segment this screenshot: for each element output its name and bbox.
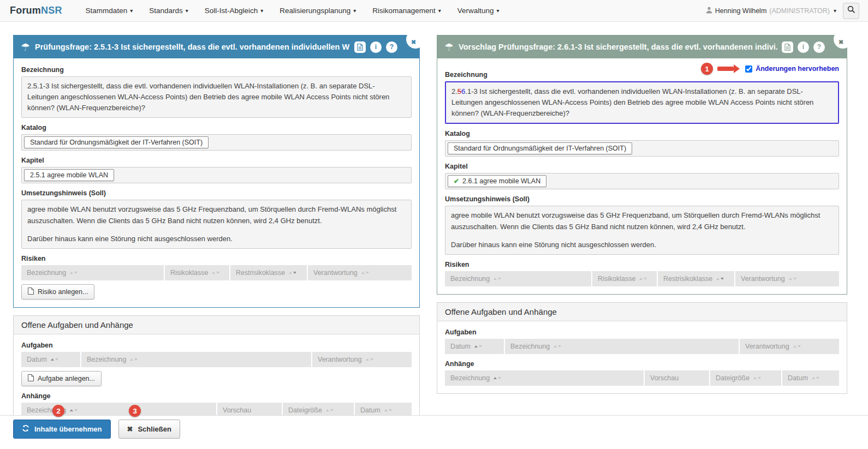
risiken-table-header: Bezeichnung Risikoklasse Restrisikoklass… [445, 271, 839, 286]
dialog-footer: 2 3 Inhalte übernehmen ✖ Schließen [0, 415, 868, 449]
main-menu: Stammdaten▾ Standards▾ Soll-Ist-Abgleich… [78, 0, 508, 21]
column-header-risikoklasse[interactable]: Risikoklasse [592, 271, 657, 286]
bezeichnung-field-diff: 2.56.1-3 Ist sichergestellt, dass die ev… [445, 81, 839, 124]
umsetzungshinweis-label: Umsetzungshinweis (Soll) [21, 189, 412, 197]
katalog-label: Katalog [21, 124, 412, 131]
sort-icon [130, 358, 138, 361]
sort-icon [812, 377, 819, 379]
sort-icon [51, 358, 58, 361]
kapitel-field: ✔2.6.1 agree mobile WLAN [445, 173, 839, 189]
chevron-down-icon: ▾ [834, 8, 836, 14]
logo-text-primary: Forum [10, 5, 41, 16]
menu-item-verwaltung[interactable]: Verwaltung▾ [449, 0, 508, 21]
umsetzungshinweis-field: agree mobile WLAN benutzt vorzugsweise d… [445, 206, 839, 254]
app-logo[interactable]: ForumNSR [10, 5, 62, 16]
sort-icon [789, 278, 796, 280]
kapitel-tag: ✔2.6.1 agree mobile WLAN [448, 175, 546, 187]
kapitel-tag: 2.5.1 agree mobile WLAN [24, 169, 114, 181]
search-icon [847, 5, 855, 16]
search-button[interactable] [843, 3, 859, 19]
column-header-bezeichnung[interactable]: Bezeichnung [445, 271, 591, 286]
info-icon[interactable]: i [798, 41, 809, 53]
sort-icon [326, 409, 334, 411]
highlight-changes-row: 1 Änderungen hervorheben [701, 63, 839, 75]
tasks-panel-header: Offene Aufgaben und Anhänge [437, 303, 847, 321]
inhalte-uebernehmen-button[interactable]: Inhalte übernehmen [13, 420, 111, 439]
aufgabe-anlegen-button[interactable]: Aufgabe anlegen... [21, 371, 102, 386]
risiken-label: Risiken [445, 261, 839, 268]
anhaenge-table-header: Bezeichnung Vorschau Dateigröße Datum [445, 370, 839, 386]
aufgaben-label: Aufgaben [21, 342, 412, 349]
bezeichnung-label: Bezeichnung [21, 66, 412, 74]
katalog-field: Standard für Ordnungsmäßigkeit der IT-Ve… [445, 140, 839, 157]
risiken-label: Risiken [21, 255, 412, 262]
menu-item-stammdaten[interactable]: Stammdaten▾ [78, 0, 141, 21]
tasks-panel-header: Offene Aufgaben und Anhänge [14, 316, 419, 334]
aufgaben-table-header: Datum Bezeichnung Verantwortung [445, 339, 839, 354]
sort-icon [384, 409, 392, 411]
highlight-changes-checkbox[interactable] [745, 65, 752, 73]
new-document-icon [28, 288, 34, 296]
sort-icon [474, 345, 482, 348]
column-header-datum[interactable]: Datum [445, 339, 504, 354]
menu-item-soll-ist-abgleich[interactable]: Soll-Ist-Abgleich▾ [197, 0, 272, 21]
chevron-down-icon: ▾ [260, 8, 263, 14]
anhaenge-label: Anhänge [21, 392, 412, 400]
close-icon: ✖ [127, 425, 133, 433]
risiken-table-header: Bezeichnung Risikoklasse Restrisikoklass… [21, 265, 412, 280]
menu-item-standards[interactable]: Standards▾ [141, 0, 197, 21]
vorschlag-panel: ✖ ☂ Vorschlag Prüfungsfrage: 2.6.1-3 Ist… [437, 35, 847, 295]
menu-item-risikomanagement[interactable]: Risikomanagement▾ [364, 0, 449, 21]
right-tasks-panel: Offene Aufgaben und Anhänge Aufgaben Dat… [437, 302, 847, 394]
column-header-bezeichnung[interactable]: Bezeichnung [505, 339, 739, 354]
sort-icon [70, 409, 78, 411]
user-menu[interactable]: Henning Wilhelm (ADMINISTRATOR) ▾ [706, 7, 836, 15]
column-header-dateigroesse[interactable]: Dateigröße [710, 370, 781, 386]
column-header-datum[interactable]: Datum [782, 370, 839, 386]
column-header-restrisikoklasse[interactable]: Restrisikoklasse [658, 271, 734, 286]
column-header-verantwortung[interactable]: Verantwortung [312, 352, 412, 367]
sort-icon [494, 377, 501, 379]
column-header-verantwortung[interactable]: Verantwortung [740, 339, 839, 354]
info-icon[interactable]: i [370, 41, 382, 53]
chevron-down-icon: ▾ [353, 8, 356, 14]
sort-icon [716, 278, 724, 280]
check-icon: ✔ [454, 177, 459, 185]
column-header-restrisikoklasse[interactable]: Restrisikoklasse [230, 265, 307, 280]
kapitel-field: 2.5.1 agree mobile WLAN [21, 167, 412, 183]
column-header-verantwortung[interactable]: Verantwortung [735, 271, 839, 286]
help-icon[interactable]: ? [813, 41, 825, 53]
chevron-down-icon: ▾ [438, 8, 441, 14]
sort-icon [494, 278, 501, 280]
risiko-anlegen-button[interactable]: Risiko anlegen... [21, 284, 94, 300]
help-icon[interactable]: ? [386, 41, 397, 53]
column-header-bezeichnung[interactable]: Bezeichnung [81, 352, 311, 367]
katalog-tag: Standard für Ordnungsmäßigkeit der IT-Ve… [24, 136, 209, 148]
column-header-vorschau[interactable]: Vorschau [645, 370, 709, 386]
chevron-down-icon: ▾ [130, 8, 133, 14]
chevron-down-icon: ▾ [497, 8, 500, 14]
sort-icon [70, 272, 78, 274]
column-header-verantwortung[interactable]: Verantwortung [308, 265, 412, 280]
sort-icon [793, 345, 801, 348]
column-header-bezeichnung[interactable]: Bezeichnung [445, 370, 644, 386]
schliessen-button[interactable]: ✖ Schließen [118, 420, 180, 439]
document-icon[interactable] [354, 41, 366, 53]
close-icon[interactable]: ✖ [834, 30, 852, 49]
bezeichnung-field: 2.5.1-3 Ist sichergestellt, dass die evt… [21, 76, 412, 118]
panel-title: Prüfungsfrage: 2.5.1-3 Ist sichergestell… [35, 43, 350, 51]
highlight-changes-label[interactable]: Änderungen hervorheben [756, 65, 839, 73]
user-role: (ADMINISTRATOR) [769, 7, 830, 15]
column-header-risikoklasse[interactable]: Risikoklasse [165, 265, 229, 280]
user-name: Henning Wilhelm [715, 7, 766, 15]
kapitel-label: Kapitel [21, 157, 412, 164]
column-header-bezeichnung[interactable]: Bezeichnung [21, 265, 164, 280]
umsetzungshinweis-field: agree mobile WLAN benutzt vorzugsweise d… [21, 200, 412, 248]
close-icon[interactable]: ✖ [406, 30, 425, 49]
pruefungsfrage-panel-header: ☂ Prüfungsfrage: 2.5.1-3 Ist sichergeste… [14, 35, 419, 58]
annotation-arrow-icon [717, 64, 740, 73]
column-header-datum[interactable]: Datum [21, 352, 80, 367]
document-icon[interactable] [782, 41, 793, 53]
umsetzungshinweis-label: Umsetzungshinweis (Soll) [445, 195, 839, 203]
menu-item-realisierungsplanung[interactable]: Realisierungsplanung▾ [271, 0, 364, 21]
